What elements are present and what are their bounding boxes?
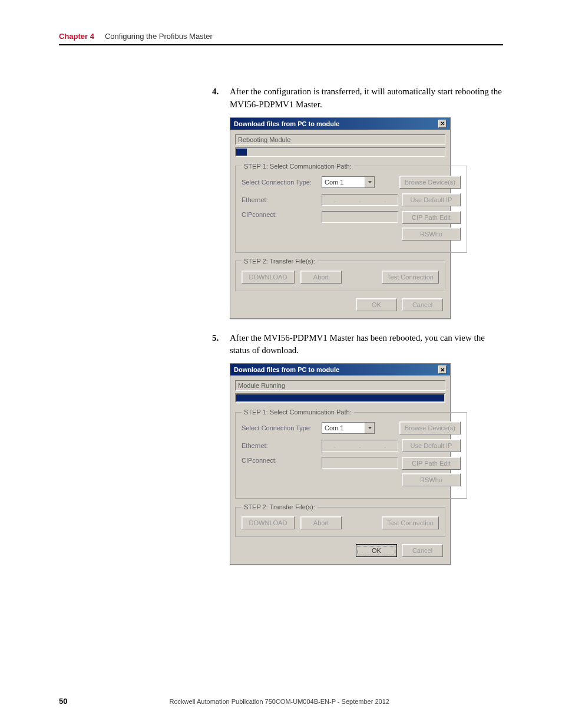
cip-path-edit-button[interactable]: CIP Path Edit [402,211,461,224]
cip-path-edit-button[interactable]: CIP Path Edit [402,457,461,470]
main-content: 4. After the configuration is transferre… [212,85,507,578]
page-number: 50 [59,697,67,706]
chapter-label: Chapter 4 [59,32,94,41]
test-connection-button[interactable]: Test Connection [382,516,439,529]
connection-type-select[interactable]: Com 1 [322,176,375,188]
step1-legend: STEP 1: Select Communication Path: [242,163,354,170]
ethernet-row: Ethernet: ... Use Default IP [242,439,461,452]
dialog-titlebar: Download files from PC to module ✕ [230,364,450,375]
dialog-title-text: Download files from PC to module [234,120,339,127]
progress-bar [235,393,445,403]
dialog-body: Module Running STEP 1: Select Communicat… [230,375,450,564]
cancel-button[interactable]: Cancel [402,544,443,557]
step1-legend: STEP 1: Select Communication Path: [242,409,354,416]
connection-type-value: Com 1 [322,179,365,186]
dialog-title-text: Download files from PC to module [234,366,339,373]
close-icon[interactable]: ✕ [438,365,447,374]
step-5: 5. After the MVI56-PDPMV1 Master has bee… [212,332,507,358]
download-button[interactable]: DOWNLOAD [242,271,295,284]
connection-type-label: Select Connection Type: [242,424,318,431]
ok-button[interactable]: OK [356,298,397,311]
ok-button[interactable]: OK [356,544,397,557]
ethernet-ip-field[interactable]: ... [322,194,398,206]
step2-fieldset: STEP 2: Transfer File(s): DOWNLOAD Abort… [235,503,445,537]
use-default-ip-button[interactable]: Use Default IP [402,439,461,452]
dialog-titlebar: Download files from PC to module ✕ [230,118,450,130]
cipconnect-label: CIPconnect: [242,211,318,218]
cipconnect-field[interactable] [322,211,398,223]
page-header: Chapter 4 Configuring the Profibus Maste… [59,32,503,45]
chevron-down-icon [365,423,374,433]
dialog-bottom-buttons: OK Cancel [235,542,445,559]
dialog-bottom-buttons: OK Cancel [235,296,445,314]
abort-button[interactable]: Abort [300,516,342,529]
cipconnect-row: CIPconnect: CIP Path Edit RSWho [242,211,461,241]
cipconnect-row: CIPconnect: CIP Path Edit RSWho [242,457,461,486]
step2-fieldset: STEP 2: Transfer File(s): DOWNLOAD Abort… [235,258,445,291]
status-field: Rebooting Module [235,134,445,145]
close-icon[interactable]: ✕ [438,120,447,128]
connection-type-label: Select Connection Type: [242,179,318,186]
abort-button[interactable]: Abort [300,271,342,284]
cancel-button[interactable]: Cancel [402,298,443,311]
download-dialog-rebooting: Download files from PC to module ✕ Reboo… [230,117,451,319]
step2-legend: STEP 2: Transfer File(s): [242,503,318,510]
download-dialog-running: Download files from PC to module ✕ Modul… [230,363,451,565]
connection-type-row: Select Connection Type: Com 1 Browse Dev… [242,176,461,189]
page-footer: 50 Rockwell Automation Publication 750CO… [59,697,503,706]
ethernet-row: Ethernet: ... Use Default IP [242,193,461,206]
ethernet-ip-field[interactable]: ... [322,440,398,452]
connection-type-select[interactable]: Com 1 [322,422,375,434]
step-number: 4. [212,85,223,111]
connection-type-value: Com 1 [322,424,365,431]
cipconnect-label: CIPconnect: [242,457,318,464]
download-button[interactable]: DOWNLOAD [242,516,295,529]
step-text: After the configuration is transferred, … [230,85,507,111]
ethernet-label: Ethernet: [242,442,318,449]
rswho-button[interactable]: RSWho [402,228,461,241]
connection-type-row: Select Connection Type: Com 1 Browse Dev… [242,421,461,434]
chevron-down-icon [365,177,374,187]
cipconnect-field[interactable] [322,457,398,469]
browse-devices-button[interactable]: Browse Device(s) [399,421,461,434]
test-connection-button[interactable]: Test Connection [382,271,439,284]
step-text: After the MVI56-PDPMV1 Master has been r… [230,332,507,358]
rswho-button[interactable]: RSWho [402,473,461,486]
step-number: 5. [212,332,223,358]
use-default-ip-button[interactable]: Use Default IP [402,193,461,206]
chapter-title: Configuring the Profibus Master [105,32,213,41]
publication-info: Rockwell Automation Publication 750COM-U… [170,698,389,705]
browse-devices-button[interactable]: Browse Device(s) [399,176,461,189]
step1-fieldset: STEP 1: Select Communication Path: Selec… [235,409,467,499]
progress-bar [235,147,445,157]
step-4: 4. After the configuration is transferre… [212,85,507,111]
step2-legend: STEP 2: Transfer File(s): [242,258,318,265]
dialog-body: Rebooting Module STEP 1: Select Communic… [230,130,450,318]
status-field: Module Running [235,380,445,391]
step1-fieldset: STEP 1: Select Communication Path: Selec… [235,163,467,253]
ethernet-label: Ethernet: [242,196,318,203]
